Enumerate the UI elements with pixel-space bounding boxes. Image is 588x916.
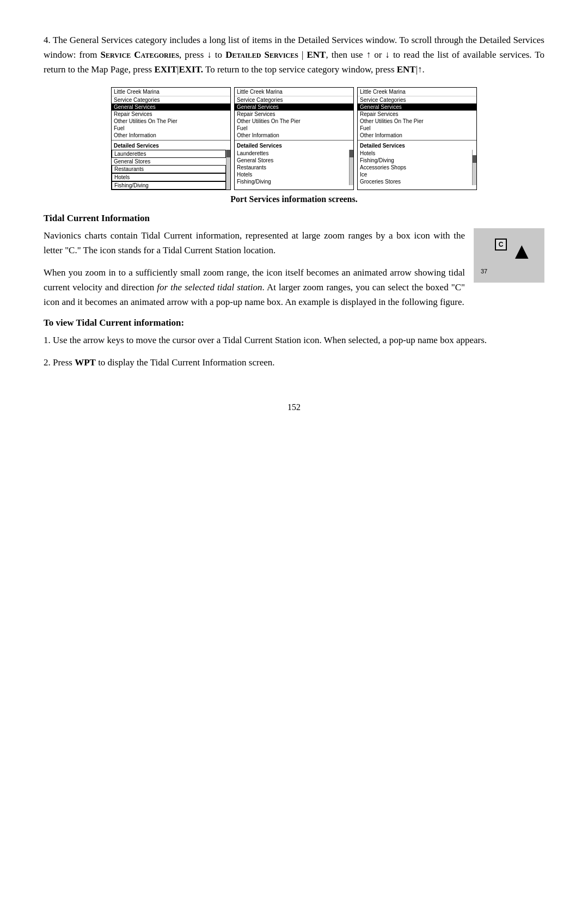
screen-2-detail-2: Restaurants — [235, 164, 349, 171]
screen-3-detail-4: Groceries Stores — [358, 178, 472, 185]
screen-3-detail-2: Accessories Shops — [358, 164, 472, 171]
screen-3-detail-0: Hotels — [358, 150, 472, 157]
step-2: 2. Press WPT to display the Tidal Curren… — [44, 355, 544, 370]
screen-3-item-0: General Services — [358, 103, 476, 111]
screen-1-item-0: General Services — [112, 103, 230, 111]
screen-3-item-4: Other Information — [358, 132, 476, 139]
screen-1-detail-0: Launderettes — [112, 150, 226, 158]
screen-2-item-4: Other Information — [235, 132, 353, 139]
screen-1-item-4: Other Information — [112, 132, 230, 139]
page-number: 152 — [44, 402, 544, 412]
screen-3-item-2: Other Utilities On The Pier — [358, 118, 476, 125]
screenshots-row: Little Creek Marina Service Categories G… — [44, 87, 544, 190]
screen-3-detail-1: Fishing/Diving — [358, 157, 472, 164]
screen-3-title: Little Creek Marina — [358, 88, 476, 96]
screen-2-title: Little Creek Marina — [235, 88, 353, 96]
tidal-image: C ▲ 37 — [474, 228, 544, 283]
screen-3: Little Creek Marina Service Categories G… — [357, 87, 477, 190]
screen-2-detail-3: Hotels — [235, 171, 349, 178]
tidal-icon-c: C — [495, 239, 507, 251]
screen-1-detail-4: Fishing/Diving — [112, 181, 226, 190]
screen-2-scrollbar — [349, 150, 353, 185]
tidal-paragraph-1: Navionics charts contain Tidal Current i… — [44, 228, 544, 258]
tidal-heading: Tidal Current Information — [44, 213, 544, 224]
service-categories-ref: Service Categories — [101, 50, 179, 60]
screen-3-detailed: Hotels Fishing/Diving Accessories Shops … — [358, 150, 476, 185]
step-1: 1. Use the arrow keys to move the cursor… — [44, 333, 544, 347]
screen-2: Little Creek Marina Service Categories G… — [234, 87, 354, 190]
screen-3-item-3: Fuel — [358, 125, 476, 132]
tidal-paragraph-2: When you zoom in to a sufficiently small… — [44, 265, 544, 310]
screen-1-item-1: Repair Services — [112, 111, 230, 118]
screen-2-section2: Detailed Services — [235, 142, 353, 150]
screen-2-section1: Service Categories — [235, 96, 353, 103]
detailed-services-ref: Detailed Services — [225, 50, 298, 60]
screenshots-caption: Port Services information screens. — [44, 194, 544, 204]
screen-3-scrollbar — [472, 150, 476, 185]
screen-2-item-2: Other Utilities On The Pier — [235, 118, 353, 125]
screen-1-item-3: Fuel — [112, 125, 230, 132]
screen-1: Little Creek Marina Service Categories G… — [111, 87, 231, 190]
screen-2-detail-1: General Stores — [235, 157, 349, 164]
screen-1-detail-2: Restaurants — [112, 165, 226, 173]
screen-2-item-3: Fuel — [235, 125, 353, 132]
screen-1-title: Little Creek Marina — [112, 88, 230, 96]
screen-3-section1: Service Categories — [358, 96, 476, 103]
italic-phrase: for the selected tidal station — [157, 282, 262, 292]
screen-1-detailed: Launderettes General Stores Restaurants … — [112, 150, 230, 190]
tidal-number: 37 — [481, 268, 487, 274]
screen-2-item-1: Repair Services — [235, 111, 353, 118]
screen-1-section1: Service Categories — [112, 96, 230, 103]
screen-3-section2: Detailed Services — [358, 142, 476, 150]
screen-1-section2: Detailed Services — [112, 142, 230, 150]
screen-2-item-0: General Services — [235, 103, 353, 111]
page-content: 4. The General Services category include… — [44, 33, 544, 412]
screen-1-scrollbar — [226, 150, 230, 190]
tidal-arrow-icon: ▲ — [510, 240, 533, 262]
screen-3-detail-3: Ice — [358, 171, 472, 178]
screen-1-scroll-thumb — [226, 150, 230, 157]
screen-2-scroll-thumb — [350, 150, 353, 157]
screen-3-scroll-thumb — [473, 155, 476, 163]
screen-1-detail-1: General Stores — [112, 158, 226, 165]
screen-2-detail-0: Launderettes — [235, 150, 349, 157]
screen-2-detailed: Launderettes General Stores Restaurants … — [235, 150, 353, 185]
screen-1-detail-3: Hotels — [112, 173, 226, 181]
to-view-heading: To view Tidal Current information: — [44, 317, 544, 328]
screen-1-item-2: Other Utilities On The Pier — [112, 118, 230, 125]
screen-2-detail-4: Fishing/Diving — [235, 178, 349, 185]
paragraph-1: 4. The General Services category include… — [44, 33, 544, 77]
screen-3-item-1: Repair Services — [358, 111, 476, 118]
